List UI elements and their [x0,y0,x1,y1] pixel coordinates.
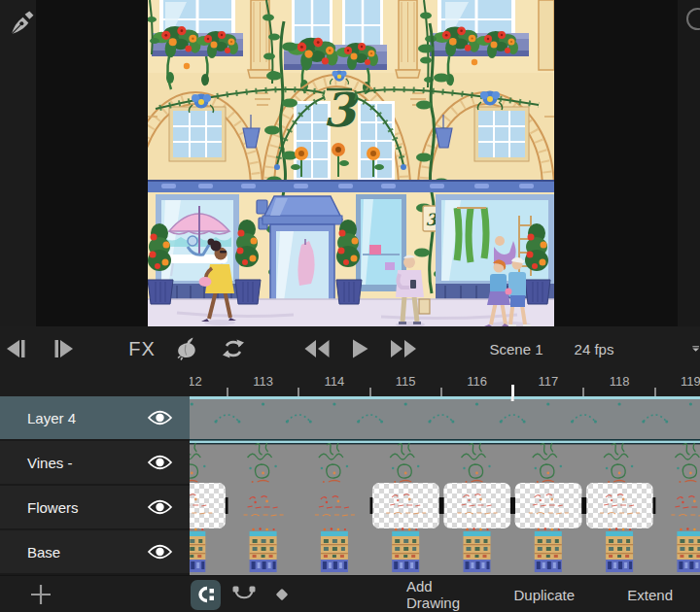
drawing-canvas[interactable]: 3 [148,0,554,326]
fps-label: 24 fps [575,341,614,357]
collapse-filter-icon[interactable] [682,326,700,371]
ruler-tick [654,388,656,396]
frame-label-114: 114 [325,374,345,389]
loop-playback-icon[interactable] [218,326,249,371]
frame-label-117: 117 [538,374,558,389]
timeline-tracks[interactable] [190,396,700,575]
ruler-tick [298,388,299,396]
ruler-tick [440,388,442,396]
ruler-tick [582,388,584,396]
frame-ruler[interactable]: 112113114115116117118119 [0,371,700,396]
step-back-icon[interactable] [2,326,29,371]
eye-visibility-icon[interactable] [145,498,174,516]
app-screen: 3 [0,0,700,612]
frame-label-113: 113 [253,374,273,389]
frame-label-112: 112 [190,374,202,389]
eye-visibility-icon[interactable] [145,409,174,426]
fx-button[interactable]: FX [124,326,159,371]
pen-nib-icon[interactable] [9,11,35,37]
ruler-tick [369,388,371,396]
play-icon[interactable] [346,326,373,371]
right-edge-strip [678,0,700,326]
keyframe-tool-icon[interactable] [267,580,298,610]
eye-visibility-icon[interactable] [145,454,174,471]
motion-path-tool-icon[interactable] [228,580,259,610]
onion-skin-icon[interactable] [171,326,202,371]
layer-row-layer-4[interactable]: Layer 4 [0,396,190,439]
layer-name: Flowers [0,499,145,516]
frame-label-118: 118 [610,374,630,389]
playhead-tick[interactable] [511,385,514,396]
layer-row-flowers[interactable]: Flowers [0,486,190,528]
scene-selector[interactable]: Scene 1 [482,326,550,371]
fps-selector[interactable]: 24 fps [568,326,620,371]
playback-toolbar: FX Scene 1 [0,326,700,371]
monogram: 3 [323,83,359,137]
left-edge-strip [0,0,36,326]
scene-label: Scene 1 [489,341,542,357]
ruler-tick [227,388,228,396]
add-layer-icon[interactable] [23,576,58,612]
layer-row-vines[interactable]: Vines - [0,441,190,484]
frame-label-119: 119 [681,374,700,389]
action-label: Duplicate [513,587,575,603]
layer-name: Base [0,544,145,561]
step-forward-icon[interactable] [51,326,78,371]
layer-panel: Layer 4Vines -FlowersBase [0,396,190,575]
layer-name: Vines - [0,455,145,471]
frame-label-116: 116 [467,374,487,389]
action-label: Add Drawing [406,578,460,611]
fast-forward-icon[interactable] [387,326,420,371]
fx-label: FX [128,338,156,360]
frame-label-115: 115 [396,374,416,389]
layer-row-base[interactable]: Base [0,530,190,573]
rewind-icon[interactable] [301,326,332,371]
eye-visibility-icon[interactable] [145,543,174,561]
layer-name: Layer 4 [0,410,145,426]
canvas-illustration: 3 [148,0,554,326]
bottom-toolbar: Add DrawingDuplicateExtend [0,575,700,612]
action-label: Extend [627,587,673,603]
drawing-cel-tool-icon[interactable] [191,580,221,610]
